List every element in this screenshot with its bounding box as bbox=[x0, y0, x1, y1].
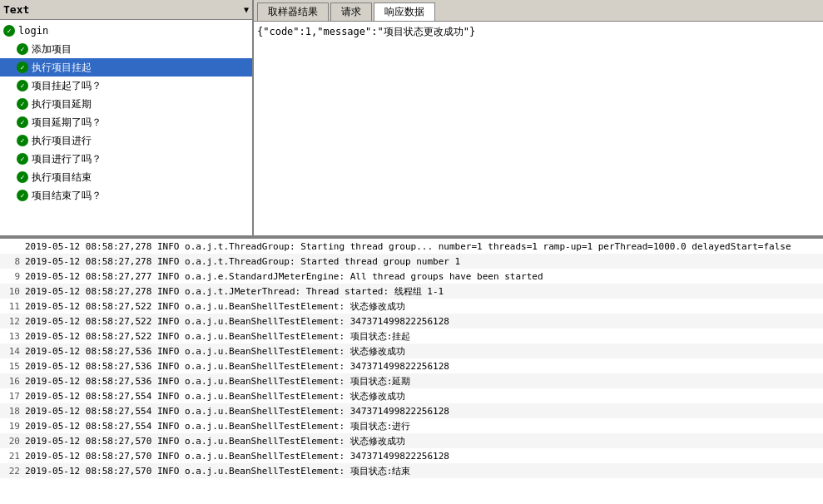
tree-item-is-delayed[interactable]: ✓项目延期了吗？ bbox=[0, 113, 252, 131]
log-line-text: 2019-05-12 08:58:27,536 INFO o.a.j.u.Bea… bbox=[25, 345, 405, 358]
tree-panel: Text ▼ ✓login✓添加项目✓执行项目挂起✓项目挂起了吗？✓执行项目延期… bbox=[0, 0, 254, 235]
log-line: 182019-05-12 08:58:27,554 INFO o.a.j.u.B… bbox=[0, 403, 823, 418]
log-line-number: 15 bbox=[3, 361, 20, 372]
tree-item-delay-project[interactable]: ✓执行项目延期 bbox=[0, 95, 252, 113]
log-panel: 2019-05-12 08:58:27,278 INFO o.a.j.t.Thr… bbox=[0, 237, 823, 504]
log-line: 2019-05-12 08:58:27,278 INFO o.a.j.t.Thr… bbox=[0, 239, 823, 254]
tree-item-label: 项目延期了吗？ bbox=[32, 116, 102, 130]
tab-request[interactable]: 请求 bbox=[330, 2, 372, 21]
log-line: 152019-05-12 08:58:27,536 INFO o.a.j.u.B… bbox=[0, 358, 823, 373]
log-line: 202019-05-12 08:58:27,570 INFO o.a.j.u.B… bbox=[0, 433, 823, 448]
log-line-number: 20 bbox=[3, 436, 20, 447]
log-line: 132019-05-12 08:58:27,522 INFO o.a.j.u.B… bbox=[0, 329, 823, 343]
log-line-number: 13 bbox=[3, 331, 20, 342]
log-line-number: 17 bbox=[3, 391, 20, 402]
log-line-number: 12 bbox=[3, 316, 20, 327]
log-line-number: 18 bbox=[3, 406, 20, 417]
tree-item-label: 执行项目挂起 bbox=[32, 61, 92, 75]
tree-item-proceed-project[interactable]: ✓执行项目进行 bbox=[0, 131, 252, 150]
main-container: Text ▼ ✓login✓添加项目✓执行项目挂起✓项目挂起了吗？✓执行项目延期… bbox=[0, 0, 823, 504]
tree-item-login[interactable]: ✓login bbox=[0, 22, 252, 40]
log-line-text: 2019-05-12 08:58:27,277 INFO o.a.j.e.Sta… bbox=[25, 271, 543, 282]
log-line-number: 21 bbox=[3, 451, 20, 462]
log-line: 192019-05-12 08:58:27,554 INFO o.a.j.u.B… bbox=[0, 418, 823, 433]
tree-item-is-ended[interactable]: ✓项目结束了吗？ bbox=[0, 186, 252, 205]
check-icon: ✓ bbox=[17, 171, 28, 183]
log-line-text: 2019-05-12 08:58:27,536 INFO o.a.j.u.Bea… bbox=[25, 375, 410, 388]
log-line-text: 2019-05-12 08:58:27,522 INFO o.a.j.u.Bea… bbox=[25, 316, 449, 327]
log-line-text: 2019-05-12 08:58:27,570 INFO o.a.j.u.Bea… bbox=[25, 435, 405, 447]
response-text: {"code":1,"message":"项目状态更改成功"} bbox=[257, 26, 475, 37]
log-line: 162019-05-12 08:58:27,536 INFO o.a.j.u.B… bbox=[0, 373, 823, 388]
log-line-text: 2019-05-12 08:58:27,554 INFO o.a.j.u.Bea… bbox=[25, 420, 410, 432]
log-line-text: 2019-05-12 08:58:27,522 INFO o.a.j.u.Bea… bbox=[25, 330, 410, 343]
log-line-number: 22 bbox=[3, 466, 20, 477]
check-icon: ✓ bbox=[17, 153, 28, 165]
log-line-text: 2019-05-12 08:58:27,554 INFO o.a.j.u.Bea… bbox=[25, 406, 449, 417]
log-line-text: 2019-05-12 08:58:27,522 INFO o.a.j.u.Bea… bbox=[25, 300, 405, 313]
tree-item-label: 项目进行了吗？ bbox=[32, 152, 102, 166]
log-line-number: 14 bbox=[3, 346, 20, 357]
log-line: 102019-05-12 08:58:27,278 INFO o.a.j.t.J… bbox=[0, 284, 823, 299]
tabs-bar: 取样器结果请求响应数据 bbox=[254, 0, 823, 22]
check-icon: ✓ bbox=[17, 98, 28, 110]
log-line: 172019-05-12 08:58:27,554 INFO o.a.j.u.B… bbox=[0, 388, 823, 403]
log-line-number: 10 bbox=[3, 286, 20, 297]
tree-item-label: 执行项目延期 bbox=[32, 97, 92, 111]
log-line: 212019-05-12 08:58:27,570 INFO o.a.j.u.B… bbox=[0, 448, 823, 463]
tree-item-suspend-project[interactable]: ✓执行项目挂起 bbox=[0, 58, 252, 77]
log-line: 112019-05-12 08:58:27,522 INFO o.a.j.u.B… bbox=[0, 299, 823, 314]
log-line: 82019-05-12 08:58:27,278 INFO o.a.j.t.Th… bbox=[0, 254, 823, 269]
log-line-text: 2019-05-12 08:58:27,278 INFO o.a.j.t.JMe… bbox=[25, 285, 444, 298]
tree-item-label: 项目结束了吗？ bbox=[32, 189, 102, 203]
log-line-text: 2019-05-12 08:58:27,278 INFO o.a.j.t.Thr… bbox=[25, 256, 460, 267]
check-icon: ✓ bbox=[17, 116, 28, 128]
tree-header: Text ▼ bbox=[0, 0, 252, 20]
log-line-text: 2019-05-12 08:58:27,278 INFO o.a.j.t.Thr… bbox=[25, 241, 791, 252]
log-line: 142019-05-12 08:58:27,536 INFO o.a.j.u.B… bbox=[0, 343, 823, 358]
check-icon: ✓ bbox=[17, 43, 28, 55]
log-line-text: 2019-05-12 08:58:27,570 INFO o.a.j.u.Bea… bbox=[25, 465, 410, 477]
tree-item-label: 添加项目 bbox=[32, 42, 72, 57]
tree-item-is-suspended[interactable]: ✓项目挂起了吗？ bbox=[0, 77, 252, 95]
results-panel: 取样器结果请求响应数据 {"code":1,"message":"项目状态更改成… bbox=[254, 0, 823, 235]
top-panel: Text ▼ ✓login✓添加项目✓执行项目挂起✓项目挂起了吗？✓执行项目延期… bbox=[0, 0, 823, 237]
check-icon: ✓ bbox=[17, 190, 28, 201]
log-line-number: 19 bbox=[3, 421, 20, 432]
log-line-number: 8 bbox=[3, 256, 20, 267]
tree-item-label: 项目挂起了吗？ bbox=[32, 79, 102, 93]
tree-item-end-project[interactable]: ✓执行项目结束 bbox=[0, 168, 252, 186]
log-line-text: 2019-05-12 08:58:27,536 INFO o.a.j.u.Bea… bbox=[25, 361, 449, 372]
check-icon: ✓ bbox=[17, 62, 28, 73]
log-line-text: 2019-05-12 08:58:27,554 INFO o.a.j.u.Bea… bbox=[25, 390, 405, 403]
log-line: 122019-05-12 08:58:27,522 INFO o.a.j.u.B… bbox=[0, 314, 823, 329]
log-line-number: 9 bbox=[3, 271, 20, 282]
check-icon: ✓ bbox=[3, 25, 15, 37]
log-line-number: 16 bbox=[3, 376, 20, 387]
tree-item-is-proceeding[interactable]: ✓项目进行了吗？ bbox=[0, 150, 252, 168]
tree-panel-title: Text bbox=[3, 3, 244, 16]
tree-item-label: 执行项目结束 bbox=[32, 170, 92, 185]
log-line: 92019-05-12 08:58:27,277 INFO o.a.j.e.St… bbox=[0, 269, 823, 284]
tab-sampler-result[interactable]: 取样器结果 bbox=[257, 2, 329, 21]
check-icon: ✓ bbox=[17, 80, 28, 91]
log-line-text: 2019-05-12 08:58:27,570 INFO o.a.j.u.Bea… bbox=[25, 451, 449, 462]
log-line-number: 11 bbox=[3, 301, 20, 312]
check-icon: ✓ bbox=[17, 135, 28, 146]
log-line: 222019-05-12 08:58:27,570 INFO o.a.j.u.B… bbox=[0, 463, 823, 478]
tree-item-label: login bbox=[18, 25, 48, 37]
tree-content: ✓login✓添加项目✓执行项目挂起✓项目挂起了吗？✓执行项目延期✓项目延期了吗… bbox=[0, 20, 252, 235]
tab-response-data[interactable]: 响应数据 bbox=[374, 2, 435, 21]
tab-content: {"code":1,"message":"项目状态更改成功"} bbox=[254, 22, 823, 235]
tree-item-label: 执行项目进行 bbox=[32, 134, 92, 148]
tree-item-add-project[interactable]: ✓添加项目 bbox=[0, 40, 252, 58]
tree-header-arrow-icon[interactable]: ▼ bbox=[244, 5, 249, 14]
